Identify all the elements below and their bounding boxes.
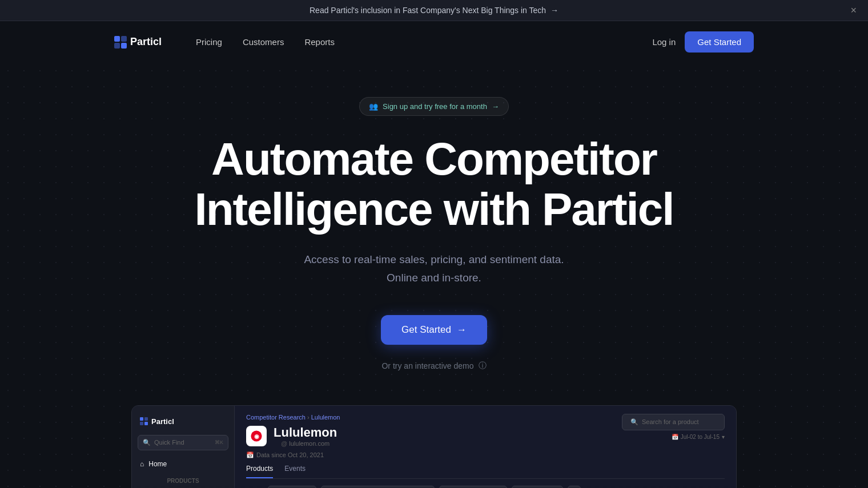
svg-rect-6 (140, 422, 143, 425)
login-button[interactable]: Log in (652, 37, 676, 47)
nav-link-reports[interactable]: Reports (304, 37, 335, 47)
demo-data-since: 📅 Data since Oct 20, 2021 (246, 451, 340, 459)
nav-link-pricing[interactable]: Pricing (196, 37, 222, 47)
navbar: Particl Pricing Customers Reports Log in… (0, 21, 868, 63)
demo-sidebar-home[interactable]: ⌂ Home (132, 456, 234, 472)
demo-company-url-text: lululemon.com (289, 440, 329, 447)
demo-company-header: ◉ Lululemon @ lululemon.com (246, 425, 340, 447)
get-started-hero-button[interactable]: Get Started → (381, 315, 487, 345)
logo-icon (114, 36, 127, 49)
hero-subtitle: Access to real-time sales, pricing, and … (0, 251, 868, 288)
demo-data-since-text: Data since Oct 20, 2021 (256, 451, 324, 458)
hero-title: Automate Competitor Intelligence with Pa… (177, 134, 691, 235)
demo-sidebar-home-label: Home (148, 460, 167, 468)
announcement-bar: Read Particl's inclusion in Fast Company… (0, 0, 868, 21)
subtitle-line1: Access to real-time sales, pricing, and … (304, 253, 564, 265)
demo-tabs: Products Events (246, 465, 725, 479)
demo-sidebar-search[interactable]: 🔍 Quick Find ⌘K (138, 435, 228, 450)
logo[interactable]: Particl (114, 36, 162, 49)
cta-arrow: → (457, 324, 467, 336)
subtitle-line2: Online and in-store. (387, 272, 481, 284)
demo-sidebar-logo-icon (140, 417, 148, 425)
filter-chip-color[interactable]: ◉ Color × (512, 486, 562, 488)
search-product-placeholder: Search for a product (642, 418, 699, 425)
demo-breadcrumb: Competitor Research › Lululemon (246, 414, 340, 421)
svg-text:◉: ◉ (254, 433, 259, 439)
demo-company-url: @ lululemon.com (274, 440, 337, 447)
demo-link[interactable]: Or try an interactive demo ⓘ (0, 361, 868, 371)
hero-section: 👥 Sign up and try free for a month → Aut… (0, 63, 868, 488)
hero-content: 👥 Sign up and try free for a month → Aut… (0, 97, 868, 488)
demo-header-right: 🔍 Search for a product 📅 Jul-02 to Jul-1… (622, 414, 725, 440)
demo-company-name: Lululemon (274, 425, 337, 440)
svg-rect-5 (144, 417, 148, 421)
filter-chip-product-type[interactable]: ⊞ Product Type Apparel & Accessories × (321, 486, 435, 488)
nav-actions: Log in Get Started (652, 31, 754, 53)
demo-filters-row: Filters ⟳ Reset Filters ⊞ Product Type A… (246, 486, 725, 488)
demo-search-icon: 🔍 (143, 439, 151, 446)
demo-sidebar-logo-text: Particl (151, 417, 174, 426)
logo-text: Particl (130, 36, 162, 48)
breadcrumb-parent: Competitor Research (246, 414, 306, 421)
badge-arrow: → (492, 102, 499, 111)
demo-inner: Particl 🔍 Quick Find ⌘K ⌂ Home Products … (132, 406, 736, 488)
demo-search-product[interactable]: 🔍 Search for a product (622, 414, 725, 430)
date-range-selector[interactable]: 📅 Jul-02 to Jul-15 ▾ (622, 434, 725, 440)
svg-rect-3 (121, 43, 127, 49)
breadcrumb-child: Lululemon (311, 414, 340, 421)
demo-link-icon: ⓘ (479, 361, 487, 371)
announcement-close-button[interactable]: × (850, 5, 857, 17)
get-started-nav-button[interactable]: Get Started (685, 31, 754, 53)
date-range-text: Jul-02 to Jul-15 (681, 434, 720, 440)
announcement-arrow: → (550, 6, 558, 15)
cta-label: Get Started (401, 324, 451, 336)
demo-search-shortcut: ⌘K (215, 439, 223, 445)
home-icon: ⌂ (140, 460, 144, 468)
demo-sidebar-section-products: Products (132, 472, 234, 486)
svg-rect-2 (114, 43, 120, 49)
search-product-icon: 🔍 (630, 418, 638, 426)
demo-main: Competitor Research › Lululemon ◉ (235, 406, 736, 488)
demo-link-text: Or try an interactive demo (381, 361, 473, 370)
demo-tab-events[interactable]: Events (284, 465, 306, 478)
calendar-icon-small: 📅 (672, 434, 678, 440)
demo-company-logo: ◉ (246, 426, 267, 446)
svg-rect-1 (121, 36, 127, 42)
filter-chip-material[interactable]: ◇ Material Polyester × (439, 486, 508, 488)
demo-search-placeholder: Quick Find (154, 439, 184, 446)
nav-links: Pricing Customers Reports (196, 37, 652, 47)
demo-screenshot: Particl 🔍 Quick Find ⌘K ⌂ Home Products … (131, 405, 737, 488)
svg-rect-0 (114, 36, 120, 42)
lululemon-logo-icon: ◉ (250, 430, 263, 442)
add-filter-button[interactable]: + (568, 486, 581, 488)
badge-icon: 👥 (369, 102, 378, 111)
hero-badge[interactable]: 👥 Sign up and try free for a month → (359, 97, 509, 116)
reset-filters-button[interactable]: ⟳ Reset Filters (268, 486, 316, 488)
date-range-chevron: ▾ (722, 434, 725, 440)
demo-tab-products[interactable]: Products (246, 465, 273, 478)
badge-text: Sign up and try free for a month (383, 102, 487, 111)
announcement-text: Read Particl's inclusion in Fast Company… (310, 6, 546, 15)
svg-rect-4 (140, 417, 143, 421)
nav-link-customers[interactable]: Customers (243, 37, 284, 47)
calendar-icon: 📅 (246, 451, 254, 459)
demo-sidebar-product-research[interactable]: 👤 Product Research (132, 486, 234, 488)
svg-rect-7 (144, 422, 148, 425)
demo-sidebar: Particl 🔍 Quick Find ⌘K ⌂ Home Products … (132, 406, 235, 488)
demo-sidebar-logo: Particl (132, 413, 234, 435)
